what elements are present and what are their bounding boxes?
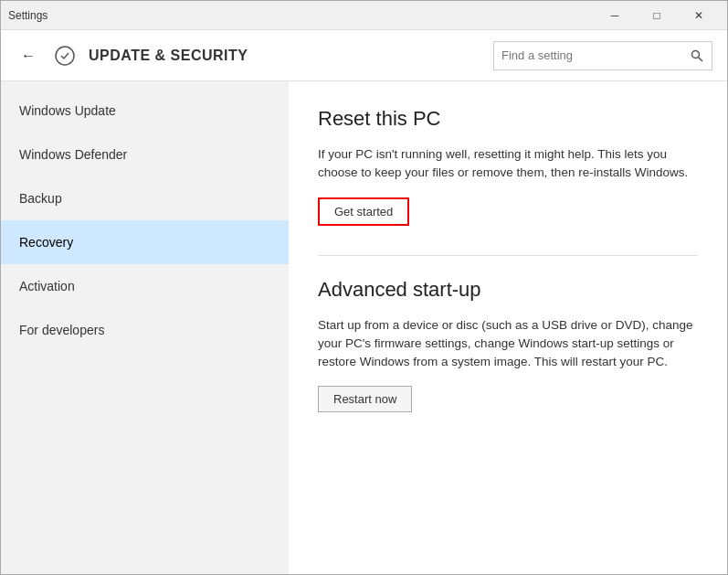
titlebar-controls: ─ □ ✕	[594, 1, 720, 30]
titlebar: Settings ─ □ ✕	[1, 1, 727, 30]
advanced-section-title: Advanced start-up	[318, 278, 698, 302]
reset-section: Reset this PC If your PC isn't running w…	[318, 107, 698, 255]
advanced-section: Advanced start-up Start up from a device…	[318, 278, 698, 424]
sidebar-item-label: Activation	[19, 279, 75, 293]
search-button[interactable]	[682, 41, 712, 70]
header: ← UPDATE & SECURITY	[1, 30, 727, 81]
maximize-button[interactable]: □	[636, 1, 678, 30]
sidebar-item-windows-update[interactable]: Windows Update	[1, 89, 289, 133]
layout: Windows Update Windows Defender Backup R…	[1, 81, 727, 575]
main-content: Reset this PC If your PC isn't running w…	[289, 81, 727, 575]
sidebar-item-label: Recovery	[19, 235, 73, 250]
minimize-button[interactable]: ─	[594, 1, 636, 30]
header-left: ← UPDATE & SECURITY	[16, 43, 248, 69]
close-button[interactable]: ✕	[678, 1, 720, 30]
svg-point-1	[692, 50, 700, 58]
svg-point-0	[56, 47, 74, 65]
section-divider	[318, 255, 698, 256]
sidebar-item-activation[interactable]: Activation	[1, 264, 289, 308]
sidebar-item-backup[interactable]: Backup	[1, 176, 289, 220]
sidebar: Windows Update Windows Defender Backup R…	[1, 81, 289, 575]
advanced-section-desc: Start up from a device or disc (such as …	[318, 316, 698, 372]
titlebar-title: Settings	[8, 9, 47, 22]
search-input[interactable]	[494, 48, 682, 62]
svg-line-2	[699, 57, 703, 61]
sidebar-item-recovery[interactable]: Recovery	[1, 220, 289, 264]
sidebar-item-label: Backup	[19, 191, 62, 206]
get-started-button[interactable]: Get started	[318, 197, 409, 226]
update-security-icon	[52, 43, 78, 69]
header-title: UPDATE & SECURITY	[89, 48, 248, 64]
reset-section-desc: If your PC isn't running well, resetting…	[318, 145, 698, 183]
sidebar-item-for-developers[interactable]: For developers	[1, 308, 289, 352]
titlebar-left: Settings	[8, 9, 47, 22]
search-box	[493, 41, 712, 70]
reset-section-title: Reset this PC	[318, 107, 698, 131]
sidebar-item-label: Windows Update	[19, 103, 116, 118]
sidebar-item-label: Windows Defender	[19, 147, 127, 162]
restart-now-button[interactable]: Restart now	[318, 386, 412, 412]
sidebar-item-windows-defender[interactable]: Windows Defender	[1, 133, 289, 176]
sidebar-item-label: For developers	[19, 323, 104, 337]
back-button[interactable]: ←	[16, 43, 41, 69]
